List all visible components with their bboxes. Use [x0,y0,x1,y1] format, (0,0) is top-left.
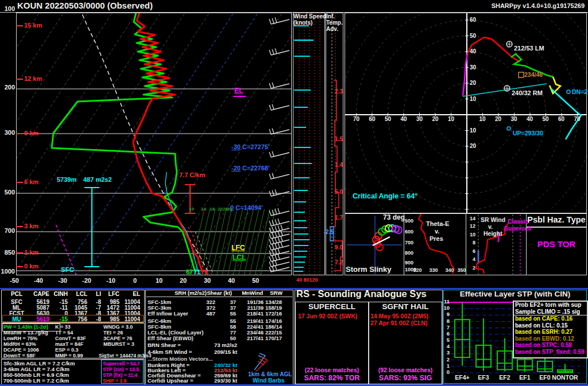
thetae-x-label: 330 [429,268,438,273]
stp-y-label: 2 [447,357,450,362]
el-label: EL [234,87,243,95]
stp-category-label: EF3 [478,375,489,381]
section-divider [0,288,588,289]
height-label: 9 km [24,130,38,137]
temp-advection-panel[interactable] [326,13,343,275]
thetae-y-label: 700 [405,240,413,245]
thetae-title-3: Pres [430,236,443,243]
stp-legend-row: based on STPC: 0.58 [514,342,587,349]
kin-row: Eff Inflow Layer48755218/41172/16 [148,310,282,317]
hodo-y-label: 10 [470,128,476,134]
thermo-index: MBURST = 3 [103,342,134,347]
minus20-label: -20 C=22768' [231,165,270,172]
sars-match: 27 Apr 91 00Z (CLN) [370,320,427,326]
srwind-title-2: v. [488,224,493,230]
height-label: 15 km [24,22,42,29]
stp-legend-row: Prob EF2+ torn with sup [514,302,587,309]
kin-header: SRH (m2/s2) [175,290,207,296]
stp-category-label: EF2 [499,375,510,381]
stp-title: Effective Layer STP (with CIN) [460,290,571,298]
zero-c-label: 0 C=14094' [230,205,263,212]
stp-y-label: 3 [447,350,450,356]
stp-y-label: 8 [447,318,450,324]
stp-category-label: EF4+ [455,375,469,381]
pressure-label: 100 [5,6,15,13]
hodo-x-label: 40 [527,116,533,123]
sars-match: 14 May 95 00Z (2M5) [370,313,428,319]
adv-title-2: Temp. [326,20,343,26]
stp-legend-row: Sample CLIMO = .15 sig [514,309,587,316]
advection-value: 5.0 [335,189,343,196]
thetae-title-2: v. [435,228,439,235]
height-label: 6 km [24,179,38,186]
hodo-y-label: 40 [470,49,476,55]
adv-title-3: Adv. [326,26,338,33]
mixing-ratio-label: 18 [210,207,215,212]
hodo-x-label: 70 [574,116,580,123]
height-label: 12 km [24,76,42,83]
pw-outline [2,323,60,332]
hodo-x-label: 30 [510,116,517,123]
up-label: UP=293/30 [513,130,543,137]
lfc-label: LFC [231,244,245,252]
kin-row: Eff Shear (EBWD)50217/41170/17 [148,335,282,341]
stp-legend-row: based on EBWD: 0.12 [514,336,587,342]
hazard-body-panel [526,227,587,275]
advection-value: 1.4 [335,162,343,169]
mixing-ratio-label: 14 [201,207,206,212]
hodo-x-label: 50 [542,116,548,123]
srwind-y-label: 10 [470,232,475,237]
adv-title-1: Inf. [326,14,335,20]
advection-value: 1.5 [335,137,343,143]
temp-axis-label: 20 [180,278,187,284]
hodo-x-label: 50 [385,116,391,123]
barb-note-1: 1km & 6km AGL [248,372,292,378]
stp-category-label: EF1 [519,375,530,381]
pressure-label: 200 [5,84,15,91]
hodo-y-label: 20 [470,143,476,150]
stp-summary-row: STP (cin) = 13.5 [103,367,139,372]
sr46-label: 4-6km SR Wind = [148,349,192,355]
pressure-label: 700 [5,228,15,235]
lcl-label: LCL [233,254,246,262]
version-label: SHARPpy v1.4.0+10.g19175269 [492,3,585,10]
pressure-label: 850 [5,249,15,256]
thetae-title-1: Theta-E [426,221,449,228]
mixing-ratio-label: 22 [218,207,223,212]
thetae-x-label: 350 [457,268,466,273]
critical-angle-label: Critical Angle = 64° [353,193,417,200]
wind-panel-title: Wind Speed [293,14,326,20]
hodo-y-label: 50 [470,33,476,40]
advection-value: 9.0 [335,245,343,251]
thetae-y-label: 900 [405,260,413,266]
inflow-srh-label: 487 m2s2 [83,177,112,184]
hazard-value: PDS TOR [537,240,575,249]
page-title: KOUN 20220503/0000 (Observed) [17,1,153,10]
smv-title: ...Storm Motion Vectors... [148,356,213,362]
temp-axis-label: -20 [82,278,91,284]
kin-header: SRW [270,290,283,296]
classic-label-1: Classic [508,219,529,225]
stp-summary-row: Supercell = 54.7 [103,361,140,366]
advection-value: 1.7 [335,215,343,221]
hodo-x-label: 20 [495,116,501,123]
inflow-depth-label: 5739m [57,177,76,184]
temp-axis-label: 10 [156,278,163,284]
wind-panel-units: (knots) [293,20,312,26]
stp-legend-row: based on LCL: 0.15 [514,322,587,329]
sr46-value: 209/15 kt [214,349,237,355]
stp-y-label: 0 [447,369,450,375]
wind-speed-panel[interactable] [293,13,325,275]
sars-match: 17 Jun 92 00Z (SWK) [298,313,357,319]
hodograph-panel[interactable] [345,13,587,213]
parcel-table-header: PCLCAPECINHLCLLILFCEL [3,291,140,297]
sars-supercell-result: SARS: 82% TOR [304,375,359,382]
srwind-y-label: 6 [473,249,475,254]
temp-axis-label: 0 [133,278,137,284]
stp-category-label: NONTOR [552,375,578,381]
thetae-x-label: 340 [445,268,454,273]
smv-label: Corfidi Upshear = [148,378,193,384]
sars-header: RS - Sounding Analogue Sys [296,289,427,299]
stp-y-label: 10 [443,305,450,311]
classic-label-2: Supercell [504,225,531,232]
